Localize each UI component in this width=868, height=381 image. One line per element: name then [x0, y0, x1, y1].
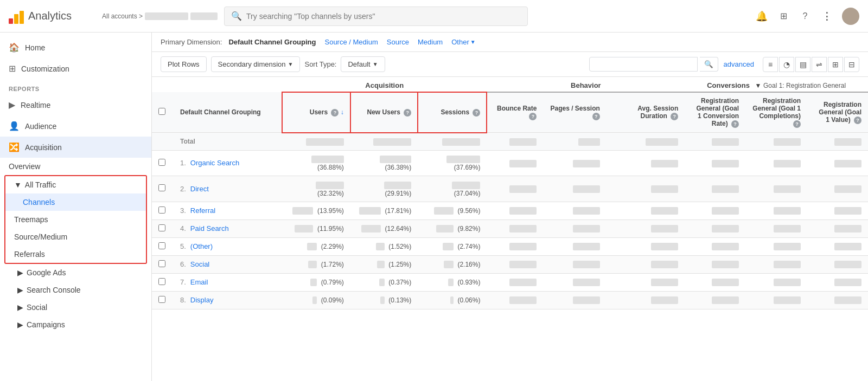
search-filter-area: 🔍 advanced [589, 57, 754, 72]
apps-icon[interactable]: ⊞ [777, 10, 790, 23]
reg-conv-rate-help-icon[interactable]: ? [731, 120, 739, 128]
channel-link[interactable]: Referral [190, 206, 215, 215]
pie-view-icon[interactable]: ◔ [779, 57, 794, 72]
channel-link[interactable]: Email [190, 278, 208, 286]
channel-link[interactable]: Direct [190, 185, 209, 193]
custom-view-icon[interactable]: ⊟ [844, 57, 859, 72]
sidebar-item-search-console[interactable]: ▶ Search Console [0, 281, 151, 299]
row-channel-name[interactable]: 3.Referral [174, 202, 282, 219]
th-reg-conversion-rate[interactable]: Registration General (Goal 1 Conversion … [685, 92, 745, 133]
channel-link[interactable]: Paid Search [190, 224, 229, 233]
row-sessions: (2.74%) [418, 237, 487, 255]
th-bounce-rate[interactable]: Bounce Rate ? [487, 92, 543, 133]
row-bounce-rate [487, 291, 543, 309]
reg-completions-help-icon[interactable]: ? [793, 120, 801, 128]
row-channel-name[interactable]: 1.Organic Search [174, 150, 282, 176]
sidebar-item-treemaps[interactable]: Treemaps [5, 211, 146, 228]
filter-search-button[interactable]: 🔍 [700, 57, 718, 72]
sidebar-item-acquisition[interactable]: 🔀 Acquisition [0, 137, 151, 158]
compare-view-icon[interactable]: ⇌ [812, 57, 827, 72]
logo-bar-2 [14, 14, 18, 24]
notifications-icon[interactable]: 🔔 [755, 10, 768, 23]
row-channel-name[interactable]: 7.Email [174, 273, 282, 291]
channels-label: Channels [23, 198, 55, 206]
channel-link[interactable]: (Other) [190, 242, 213, 250]
th-users[interactable]: Users ? ↓ [282, 92, 350, 133]
dim-default-channel-grouping[interactable]: Default Channel Grouping [228, 38, 316, 46]
row-checkbox-cell[interactable] [152, 202, 174, 219]
users-help-icon[interactable]: ? [331, 109, 339, 117]
new-users-help-icon[interactable]: ? [404, 109, 411, 117]
secondary-dimension-dropdown[interactable]: Secondary dimension ▼ [211, 56, 301, 72]
dim-source-medium[interactable]: Source / Medium [324, 38, 378, 46]
row-checkbox-cell[interactable] [152, 273, 174, 291]
avg-session-help-icon[interactable]: ? [671, 113, 678, 120]
th-pages-session[interactable]: Pages / Session ? [543, 92, 606, 133]
pivot-view-icon[interactable]: ⊞ [828, 57, 843, 72]
dim-medium[interactable]: Medium [418, 38, 443, 46]
row-new-users: (1.25%) [350, 255, 418, 273]
sessions-help-icon[interactable]: ? [473, 109, 480, 117]
advanced-link[interactable]: advanced [724, 60, 754, 68]
total-users-blur [306, 138, 344, 146]
sort-default-dropdown[interactable]: Default ▼ [341, 56, 385, 72]
sidebar-item-home[interactable]: 🏠 Home [0, 37, 151, 58]
bar-view-icon[interactable]: ▤ [795, 57, 810, 72]
row-avg-session [607, 273, 685, 291]
all-accounts-label[interactable]: All accounts > [102, 12, 143, 20]
th-reg-value[interactable]: Registration General (Goal 1 Value) ? [807, 92, 868, 133]
sidebar-item-realtime[interactable]: ▶ Realtime [0, 94, 151, 115]
row-num: 7. [180, 278, 186, 286]
sidebar-item-google-ads[interactable]: ▶ Google Ads [0, 264, 151, 281]
plot-rows-button[interactable]: Plot Rows [161, 56, 207, 72]
row-channel-name[interactable]: 2.Direct [174, 176, 282, 202]
row-channel-name[interactable]: 5.(Other) [174, 237, 282, 255]
search-input[interactable] [246, 12, 521, 21]
sidebar-item-campaigns[interactable]: ▶ Campaigns [0, 316, 151, 333]
user-avatar[interactable] [842, 8, 859, 25]
select-all-checkbox[interactable] [152, 92, 174, 133]
row-checkbox-cell[interactable] [152, 150, 174, 176]
th-sessions[interactable]: Sessions ? [418, 92, 487, 133]
row-checkbox-cell[interactable] [152, 219, 174, 237]
row-channel-name[interactable]: 6.Social [174, 255, 282, 273]
sidebar-item-referrals[interactable]: Referrals [5, 246, 146, 263]
bounce-rate-help-icon[interactable]: ? [529, 113, 537, 120]
row-pages-session [543, 255, 606, 273]
sidebar-item-audience[interactable]: 👤 Audience [0, 115, 151, 137]
realtime-icon: ▶ [9, 100, 15, 110]
search-bar[interactable]: 🔍 [224, 7, 528, 26]
sidebar-item-customization[interactable]: ⊞ Customization [0, 58, 151, 79]
help-icon[interactable]: ? [799, 10, 812, 23]
sidebar-item-overview[interactable]: Overview [0, 158, 151, 175]
data-view-icon[interactable]: ≡ [763, 57, 778, 72]
channel-link[interactable]: Social [190, 260, 209, 268]
row-checkbox-cell[interactable] [152, 291, 174, 309]
sidebar-item-channels[interactable]: Channels [5, 193, 146, 211]
filter-input[interactable] [589, 57, 698, 72]
row-checkbox-cell[interactable] [152, 255, 174, 273]
dim-source[interactable]: Source [387, 38, 409, 46]
row-users: (11.95%) [282, 219, 350, 237]
row-checkbox-cell[interactable] [152, 237, 174, 255]
row-channel-name[interactable]: 4.Paid Search [174, 219, 282, 237]
sidebar-item-social[interactable]: ▶ Social [0, 299, 151, 316]
row-checkbox-cell[interactable] [152, 176, 174, 202]
all-traffic-header[interactable]: ▼ All Traffic [5, 176, 146, 193]
row-channel-name[interactable]: 8.Display [174, 291, 282, 309]
account-area[interactable]: All accounts > [102, 12, 218, 20]
th-new-users[interactable]: New Users ? [350, 92, 418, 133]
pages-session-help-icon[interactable]: ? [592, 113, 600, 120]
logo-icon [9, 9, 24, 24]
row-num: 3. [180, 206, 186, 215]
th-reg-completions[interactable]: Registration General (Goal 1 Completions… [745, 92, 807, 133]
dim-other[interactable]: Other ▼ [451, 38, 475, 46]
row-bounce-rate [487, 237, 543, 255]
th-avg-session[interactable]: Avg. Session Duration ? [607, 92, 685, 133]
channel-link[interactable]: Organic Search [190, 159, 239, 167]
row-reg-completions [745, 219, 807, 237]
more-options-icon[interactable]: ⋮ [820, 10, 833, 23]
reg-value-help-icon[interactable]: ? [854, 117, 861, 124]
channel-link[interactable]: Display [190, 296, 214, 304]
sidebar-item-source-medium[interactable]: Source/Medium [5, 228, 146, 246]
